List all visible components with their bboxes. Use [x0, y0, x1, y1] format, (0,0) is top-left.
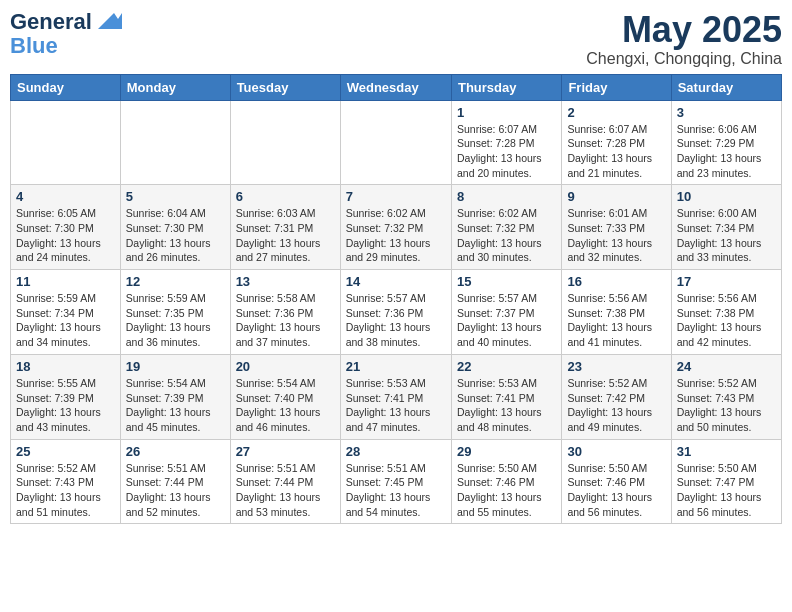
- calendar-cell: 3Sunrise: 6:06 AM Sunset: 7:29 PM Daylig…: [671, 100, 781, 185]
- logo-blue: Blue: [10, 34, 58, 58]
- day-number: 19: [126, 359, 225, 374]
- day-number: 24: [677, 359, 776, 374]
- day-info: Sunrise: 5:56 AM Sunset: 7:38 PM Dayligh…: [567, 291, 665, 350]
- calendar-cell: 28Sunrise: 5:51 AM Sunset: 7:45 PM Dayli…: [340, 439, 451, 524]
- day-info: Sunrise: 5:55 AM Sunset: 7:39 PM Dayligh…: [16, 376, 115, 435]
- calendar-cell: 6Sunrise: 6:03 AM Sunset: 7:31 PM Daylig…: [230, 185, 340, 270]
- day-info: Sunrise: 5:51 AM Sunset: 7:45 PM Dayligh…: [346, 461, 446, 520]
- day-number: 13: [236, 274, 335, 289]
- title-block: May 2025 Chengxi, Chongqing, China: [586, 10, 782, 68]
- calendar-cell: [11, 100, 121, 185]
- calendar-cell: 11Sunrise: 5:59 AM Sunset: 7:34 PM Dayli…: [11, 270, 121, 355]
- calendar-cell: 5Sunrise: 6:04 AM Sunset: 7:30 PM Daylig…: [120, 185, 230, 270]
- calendar-cell: 2Sunrise: 6:07 AM Sunset: 7:28 PM Daylig…: [562, 100, 671, 185]
- week-row-5: 25Sunrise: 5:52 AM Sunset: 7:43 PM Dayli…: [11, 439, 782, 524]
- calendar-cell: 21Sunrise: 5:53 AM Sunset: 7:41 PM Dayli…: [340, 354, 451, 439]
- logo-arrow-icon: [94, 11, 122, 33]
- month-title: May 2025: [586, 10, 782, 50]
- weekday-header-saturday: Saturday: [671, 74, 781, 100]
- calendar-cell: 16Sunrise: 5:56 AM Sunset: 7:38 PM Dayli…: [562, 270, 671, 355]
- calendar-cell: 10Sunrise: 6:00 AM Sunset: 7:34 PM Dayli…: [671, 185, 781, 270]
- day-number: 7: [346, 189, 446, 204]
- day-number: 14: [346, 274, 446, 289]
- calendar-cell: 26Sunrise: 5:51 AM Sunset: 7:44 PM Dayli…: [120, 439, 230, 524]
- day-number: 12: [126, 274, 225, 289]
- week-row-3: 11Sunrise: 5:59 AM Sunset: 7:34 PM Dayli…: [11, 270, 782, 355]
- day-number: 1: [457, 105, 556, 120]
- logo: General Blue: [10, 10, 122, 58]
- day-info: Sunrise: 6:01 AM Sunset: 7:33 PM Dayligh…: [567, 206, 665, 265]
- location: Chengxi, Chongqing, China: [586, 50, 782, 68]
- calendar-cell: 14Sunrise: 5:57 AM Sunset: 7:36 PM Dayli…: [340, 270, 451, 355]
- day-number: 27: [236, 444, 335, 459]
- day-info: Sunrise: 5:53 AM Sunset: 7:41 PM Dayligh…: [457, 376, 556, 435]
- calendar-cell: 17Sunrise: 5:56 AM Sunset: 7:38 PM Dayli…: [671, 270, 781, 355]
- calendar-cell: 22Sunrise: 5:53 AM Sunset: 7:41 PM Dayli…: [451, 354, 561, 439]
- day-number: 22: [457, 359, 556, 374]
- day-number: 31: [677, 444, 776, 459]
- logo-general: General: [10, 10, 92, 34]
- svg-marker-0: [98, 13, 122, 29]
- day-number: 11: [16, 274, 115, 289]
- calendar-cell: 27Sunrise: 5:51 AM Sunset: 7:44 PM Dayli…: [230, 439, 340, 524]
- week-row-2: 4Sunrise: 6:05 AM Sunset: 7:30 PM Daylig…: [11, 185, 782, 270]
- calendar-cell: [340, 100, 451, 185]
- day-info: Sunrise: 5:58 AM Sunset: 7:36 PM Dayligh…: [236, 291, 335, 350]
- day-info: Sunrise: 6:02 AM Sunset: 7:32 PM Dayligh…: [457, 206, 556, 265]
- day-info: Sunrise: 6:07 AM Sunset: 7:28 PM Dayligh…: [457, 122, 556, 181]
- day-info: Sunrise: 5:56 AM Sunset: 7:38 PM Dayligh…: [677, 291, 776, 350]
- day-info: Sunrise: 5:54 AM Sunset: 7:39 PM Dayligh…: [126, 376, 225, 435]
- calendar-table: SundayMondayTuesdayWednesdayThursdayFrid…: [10, 74, 782, 525]
- day-info: Sunrise: 5:59 AM Sunset: 7:34 PM Dayligh…: [16, 291, 115, 350]
- day-number: 4: [16, 189, 115, 204]
- calendar-cell: 8Sunrise: 6:02 AM Sunset: 7:32 PM Daylig…: [451, 185, 561, 270]
- day-number: 10: [677, 189, 776, 204]
- day-info: Sunrise: 5:54 AM Sunset: 7:40 PM Dayligh…: [236, 376, 335, 435]
- day-info: Sunrise: 5:59 AM Sunset: 7:35 PM Dayligh…: [126, 291, 225, 350]
- calendar-cell: 4Sunrise: 6:05 AM Sunset: 7:30 PM Daylig…: [11, 185, 121, 270]
- day-info: Sunrise: 5:52 AM Sunset: 7:42 PM Dayligh…: [567, 376, 665, 435]
- day-info: Sunrise: 5:53 AM Sunset: 7:41 PM Dayligh…: [346, 376, 446, 435]
- calendar-cell: 12Sunrise: 5:59 AM Sunset: 7:35 PM Dayli…: [120, 270, 230, 355]
- calendar-cell: 9Sunrise: 6:01 AM Sunset: 7:33 PM Daylig…: [562, 185, 671, 270]
- day-number: 21: [346, 359, 446, 374]
- day-number: 23: [567, 359, 665, 374]
- day-info: Sunrise: 5:50 AM Sunset: 7:46 PM Dayligh…: [567, 461, 665, 520]
- day-number: 29: [457, 444, 556, 459]
- day-number: 16: [567, 274, 665, 289]
- day-info: Sunrise: 5:51 AM Sunset: 7:44 PM Dayligh…: [126, 461, 225, 520]
- day-info: Sunrise: 6:07 AM Sunset: 7:28 PM Dayligh…: [567, 122, 665, 181]
- calendar-cell: 1Sunrise: 6:07 AM Sunset: 7:28 PM Daylig…: [451, 100, 561, 185]
- day-number: 28: [346, 444, 446, 459]
- day-number: 26: [126, 444, 225, 459]
- day-number: 15: [457, 274, 556, 289]
- day-number: 2: [567, 105, 665, 120]
- weekday-header-monday: Monday: [120, 74, 230, 100]
- calendar-cell: [120, 100, 230, 185]
- calendar-cell: 13Sunrise: 5:58 AM Sunset: 7:36 PM Dayli…: [230, 270, 340, 355]
- week-row-4: 18Sunrise: 5:55 AM Sunset: 7:39 PM Dayli…: [11, 354, 782, 439]
- day-info: Sunrise: 5:57 AM Sunset: 7:36 PM Dayligh…: [346, 291, 446, 350]
- day-number: 3: [677, 105, 776, 120]
- calendar-cell: 18Sunrise: 5:55 AM Sunset: 7:39 PM Dayli…: [11, 354, 121, 439]
- calendar-cell: 19Sunrise: 5:54 AM Sunset: 7:39 PM Dayli…: [120, 354, 230, 439]
- day-info: Sunrise: 6:05 AM Sunset: 7:30 PM Dayligh…: [16, 206, 115, 265]
- day-number: 9: [567, 189, 665, 204]
- calendar-cell: 30Sunrise: 5:50 AM Sunset: 7:46 PM Dayli…: [562, 439, 671, 524]
- day-number: 5: [126, 189, 225, 204]
- day-info: Sunrise: 5:57 AM Sunset: 7:37 PM Dayligh…: [457, 291, 556, 350]
- day-number: 17: [677, 274, 776, 289]
- calendar-cell: 15Sunrise: 5:57 AM Sunset: 7:37 PM Dayli…: [451, 270, 561, 355]
- day-info: Sunrise: 5:51 AM Sunset: 7:44 PM Dayligh…: [236, 461, 335, 520]
- page-header: General Blue May 2025 Chengxi, Chongqing…: [10, 10, 782, 68]
- weekday-header-row: SundayMondayTuesdayWednesdayThursdayFrid…: [11, 74, 782, 100]
- day-number: 18: [16, 359, 115, 374]
- day-number: 30: [567, 444, 665, 459]
- weekday-header-sunday: Sunday: [11, 74, 121, 100]
- weekday-header-tuesday: Tuesday: [230, 74, 340, 100]
- day-info: Sunrise: 6:06 AM Sunset: 7:29 PM Dayligh…: [677, 122, 776, 181]
- calendar-cell: [230, 100, 340, 185]
- calendar-cell: 31Sunrise: 5:50 AM Sunset: 7:47 PM Dayli…: [671, 439, 781, 524]
- day-number: 20: [236, 359, 335, 374]
- calendar-cell: 23Sunrise: 5:52 AM Sunset: 7:42 PM Dayli…: [562, 354, 671, 439]
